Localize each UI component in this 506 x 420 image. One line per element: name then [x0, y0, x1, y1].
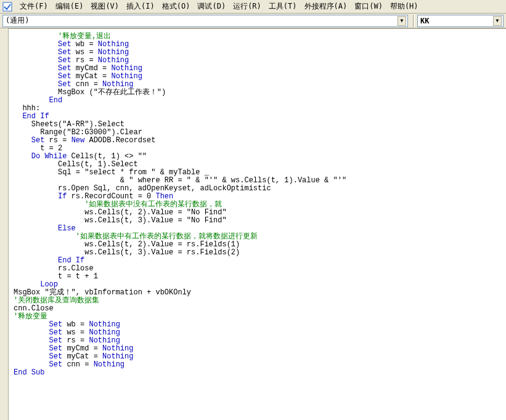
menu-addins[interactable]: 外接程序(A) [301, 0, 351, 13]
procedure-combobox[interactable]: KK ▼ [417, 15, 504, 27]
menu-insert[interactable]: 插入(I) [123, 0, 158, 13]
code-line[interactable]: ws.Cells(t, 3).Value = rs.Fields(2) [14, 249, 504, 257]
toolbar-divider [413, 15, 415, 27]
menu-bar: 文件(F) 编辑(E) 视图(V) 插入(I) 格式(O) 调试(D) 运行(R… [0, 0, 506, 14]
code-line[interactable]: Set rs = New ADODB.Recordset [14, 137, 504, 145]
menu-edit[interactable]: 编辑(E) [52, 0, 88, 13]
object-combobox-value: (通用) [6, 15, 29, 26]
menu-window[interactable]: 窗口(W) [351, 0, 386, 13]
menu-file[interactable]: 文件(F) [16, 0, 52, 13]
code-line[interactable]: cnn.Close [14, 305, 504, 313]
menu-tools[interactable]: 工具(T) [265, 0, 301, 13]
menu-debug[interactable]: 调试(D) [194, 0, 229, 13]
margin-indicator-bar[interactable] [0, 28, 9, 420]
menu-help[interactable]: 帮助(H) [386, 0, 422, 13]
menu-format[interactable]: 格式(O) [158, 0, 194, 13]
code-line[interactable]: End Sub [14, 369, 504, 377]
code-line[interactable]: t = t + 1 [14, 273, 504, 281]
chevron-down-icon[interactable]: ▼ [493, 16, 502, 26]
code-line[interactable]: ws.Cells(t, 3).Value = "No Find" [14, 217, 504, 225]
code-line[interactable]: hhh: [14, 105, 504, 113]
code-line[interactable]: '关闭数据库及查询数据集 [14, 297, 504, 305]
menu-view[interactable]: 视图(V) [87, 0, 123, 13]
code-line[interactable]: Set cnn = Nothing [14, 361, 504, 369]
code-line[interactable]: MsgBox ("不存在此工作表！") [14, 89, 504, 97]
menu-run[interactable]: 运行(R) [229, 0, 265, 13]
object-proc-bar: (通用) ▼ KK ▼ [0, 14, 506, 28]
chevron-down-icon[interactable]: ▼ [398, 16, 406, 26]
code-line[interactable]: End [14, 97, 504, 105]
procedure-combobox-value: KK [420, 17, 429, 25]
app-icon [2, 2, 12, 12]
code-editor[interactable]: '释放变量,退出 Set wb = Nothing Set ws = Nothi… [9, 28, 506, 420]
editor-area: '释放变量,退出 Set wb = Nothing Set ws = Nothi… [0, 28, 506, 420]
object-combobox[interactable]: (通用) ▼ [2, 15, 408, 27]
